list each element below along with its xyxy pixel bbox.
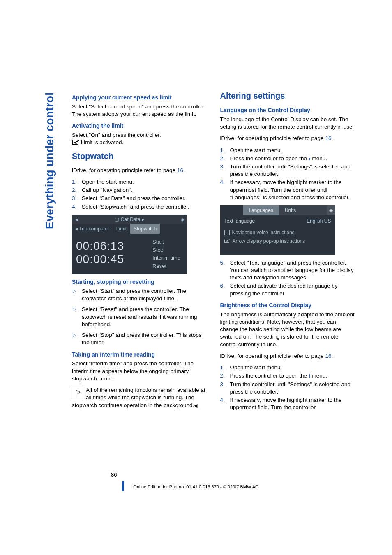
manual-page: Everything under control Applying your c…	[0, 0, 392, 555]
item-label: Arrow display pop-up instructions	[233, 238, 305, 244]
para-apply-speed: Select "Select current speed" and press …	[72, 103, 207, 118]
screen-icon: ▢	[115, 216, 120, 222]
para-idrive-bright: iDrive, for operating principle refer to…	[220, 352, 355, 360]
arrow-right-icon: ▸	[141, 216, 144, 222]
para-idrive-stopwatch: iDrive, for operating principle refer to…	[72, 167, 207, 174]
heading-apply-speed: Applying your current speed as limit	[72, 94, 207, 101]
page-link-16[interactable]: 16	[325, 135, 331, 141]
list-item: Call up "Navigation".	[72, 187, 207, 194]
list-item: Open the start menu.	[220, 364, 355, 371]
heading-stopwatch: Stopwatch	[72, 151, 207, 162]
list-item: Select "Text language" and press the con…	[220, 259, 355, 282]
list-item: Arrow display pop-up instructions	[224, 237, 331, 245]
list-item: Select "Reset" and press the controller.…	[72, 306, 207, 328]
language-steps: Open the start menu. Press the controlle…	[220, 147, 355, 202]
action-stop: Stop	[152, 246, 180, 254]
screen-tabs: ◂ Trip computer Limit Stopwatch	[72, 224, 187, 234]
check-icon	[224, 239, 230, 244]
list-item: Press the controller to open the i menu.	[220, 155, 355, 162]
list-item: Select "Car Data" and press the controll…	[72, 195, 207, 202]
left-column: Applying your current speed as limit Sel…	[72, 90, 207, 415]
arrow-left-icon: ◂	[75, 216, 78, 223]
list-item: Turn the controller until "Settings" is …	[220, 163, 355, 178]
page-link-16[interactable]: 16	[177, 167, 183, 173]
para-language: The language of the Control Display can …	[220, 116, 355, 131]
para-idrive-lang: iDrive, for operating principle refer to…	[220, 135, 355, 142]
row-label: Text language	[220, 215, 303, 227]
tab-languages: Languages	[243, 205, 279, 215]
right-column: Altering settings Language on the Contro…	[220, 90, 355, 415]
section-tab: Everything under control	[43, 92, 58, 236]
diamond-icon: ◈	[327, 205, 335, 215]
list-item: Navigation voice instructions	[224, 228, 331, 237]
tab-limit: Limit	[113, 224, 130, 234]
check-icon	[72, 140, 79, 146]
start-stop-list: Select "Start" and press the controller.…	[72, 288, 207, 347]
note-text: All of the remaining functions remain av…	[72, 387, 207, 409]
footer-line: Online Edition for Part no. 01 41 0 013 …	[0, 484, 392, 489]
heading-activate-limit: Activating the limit	[72, 122, 207, 130]
para-activate-limit: Select "On" and press the controller. Li…	[72, 131, 207, 146]
note-block: ▷ All of the remaining functions remain …	[72, 387, 207, 409]
tab-trip-computer: ◂ Trip computer	[72, 224, 113, 234]
para-brightness: The brightness is automatically adapted …	[220, 311, 355, 348]
action-start: Start	[152, 238, 180, 246]
list-item: If necessary, move the highlight marker …	[220, 396, 355, 411]
action-reset: Reset	[152, 262, 180, 270]
note-triangle-icon: ▷	[72, 387, 84, 398]
screen-body: 00:06:13 00:00:45 Start Stop Interim tim…	[72, 234, 187, 274]
list-item: Turn the controller until "Settings" is …	[220, 381, 355, 396]
screen-header: ◂ ▢ Car Data ▸ ◈	[72, 215, 187, 224]
screenshot-stopwatch: ◂ ▢ Car Data ▸ ◈ ◂ Trip computer Limit S…	[72, 215, 187, 274]
screen-list: Navigation voice instructions Arrow disp…	[220, 227, 335, 255]
language-steps-2: Select "Text language" and press the con…	[220, 259, 355, 297]
activate-line1: Select "On" and press the controller.	[72, 132, 161, 138]
list-item: Select "Stop" and press the controller. …	[72, 332, 207, 346]
heading-start-stop-reset: Starting, stopping or resetting	[72, 278, 207, 286]
stopwatch-steps: Open the start menu. Call up "Navigation…	[72, 178, 207, 211]
time-main: 00:06:13	[76, 240, 150, 253]
time-interim: 00:00:45	[76, 253, 150, 266]
item-label: Navigation voice instructions	[232, 229, 295, 236]
stopwatch-times: 00:06:13 00:00:45	[76, 236, 150, 270]
screen-title: Car Data	[120, 216, 140, 222]
action-interim: Interim time	[152, 254, 180, 262]
heading-altering-settings: Altering settings	[220, 90, 355, 101]
activate-line2: Limit is activated.	[79, 139, 123, 145]
checkbox-empty-icon	[224, 230, 230, 235]
screenshot-languages: Languages Units ◈ Text language English …	[220, 205, 335, 255]
para-interim: Select "Interim time" and press the cont…	[72, 360, 207, 382]
stopwatch-actions: Start Stop Interim time Reset	[150, 236, 183, 270]
diamond-icon: ◈	[181, 216, 184, 223]
content-columns: Applying your current speed as limit Sel…	[72, 90, 355, 415]
end-marker-icon: ◀	[194, 403, 197, 408]
list-item: Select "Stopwatch" and press the control…	[72, 203, 207, 211]
page-link-16[interactable]: 16	[325, 353, 331, 359]
screen-tabs: Languages Units ◈	[220, 205, 335, 215]
page-number: 86	[111, 472, 117, 478]
list-item: If necessary, move the highlight marker …	[220, 179, 355, 201]
list-item: Select "Start" and press the controller.…	[72, 288, 207, 302]
list-item: Open the start menu.	[72, 178, 207, 186]
list-item: Select and activate the desired language…	[220, 282, 355, 297]
brightness-steps: Open the start menu. Press the controlle…	[220, 364, 355, 411]
heading-language: Language on the Control Display	[220, 106, 355, 114]
tab-units: Units	[279, 205, 302, 215]
heading-interim: Taking an interim time reading	[72, 351, 207, 359]
heading-brightness: Brightness of the Control Display	[220, 302, 355, 309]
tab-stopwatch: Stopwatch	[130, 224, 160, 234]
list-item: Open the start menu.	[220, 147, 355, 154]
list-item: Press the controller to open the i menu.	[220, 372, 355, 380]
row-value: English US	[302, 215, 335, 227]
screen-row-text-language: Text language English US	[220, 215, 335, 227]
